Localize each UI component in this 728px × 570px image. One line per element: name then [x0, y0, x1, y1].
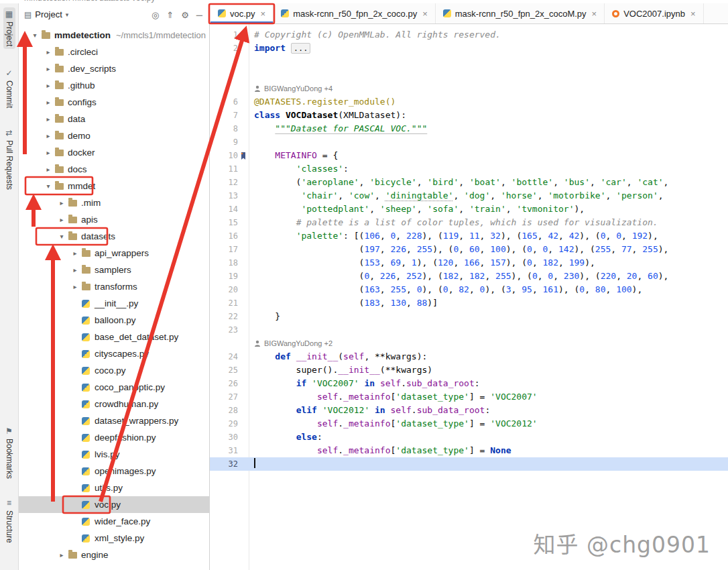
code-text[interactable]: [249, 323, 254, 337]
line-number[interactable]: 28: [210, 404, 238, 417]
line-number[interactable]: 6: [210, 95, 238, 109]
code-line[interactable]: 8 """Dataset for PASCAL VOC.""": [210, 122, 728, 135]
code-text[interactable]: (183, 130, 88)]: [249, 296, 438, 310]
locate-icon[interactable]: ◎: [151, 10, 159, 20]
chevron-right-icon[interactable]: ▸: [43, 115, 54, 123]
tree-item-cityscapes-py[interactable]: cityscapes.py: [19, 345, 209, 362]
code-text[interactable]: 'palette': [(106, 0, 228), (119, 11, 32)…: [249, 229, 658, 243]
code-text[interactable]: """Dataset for PASCAL VOC.""": [249, 122, 427, 135]
tree-item-docker[interactable]: ▸docker: [19, 144, 209, 161]
chevron-down-icon[interactable]: ▾: [29, 32, 40, 39]
code-line[interactable]: 27 self._metainfo['dataset_type'] = 'VOC…: [210, 390, 728, 404]
code-text[interactable]: self._metainfo['dataset_type'] = 'VOC200…: [249, 390, 538, 404]
code-line[interactable]: 17 (197, 226, 255), (0, 60, 100), (0, 0,…: [210, 243, 728, 256]
code-text[interactable]: ('aeroplane', 'bicycle', 'bird', 'boat',…: [249, 176, 668, 189]
code-text[interactable]: self._metainfo['dataset_type'] = 'VOC201…: [249, 417, 538, 431]
code-text[interactable]: 'pottedplant', 'sheep', 'sofa', 'train',…: [249, 203, 585, 216]
line-number[interactable]: 30: [210, 431, 238, 444]
close-tab-icon[interactable]: ×: [690, 9, 696, 19]
line-number[interactable]: 19: [210, 270, 238, 283]
code-editor[interactable]: 1# Copyright (c) OpenMMLab. All rights r…: [210, 24, 728, 570]
code-text[interactable]: (163, 255, 0), (0, 82, 0), (3, 95, 161),…: [249, 283, 642, 296]
tree-item-demo[interactable]: ▸demo: [19, 127, 209, 144]
code-line[interactable]: 1# Copyright (c) OpenMMLab. All rights r…: [210, 28, 728, 42]
tool-button-commit[interactable]: ✓Commit: [3, 69, 15, 108]
code-text[interactable]: def __init__(self, **kwargs):: [249, 350, 427, 363]
code-text[interactable]: # palette is a list of color tuples, whi…: [249, 216, 658, 229]
code-text[interactable]: METAINFO = {: [249, 149, 338, 162]
tree-item-crowdhuman-py[interactable]: crowdhuman.py: [19, 396, 209, 412]
tab-voc-py[interactable]: voc.py×: [210, 3, 274, 23]
line-number[interactable]: 12: [210, 176, 238, 189]
line-number[interactable]: 2: [210, 42, 238, 55]
chevron-right-icon[interactable]: ▸: [70, 283, 80, 290]
code-line[interactable]: 20 (163, 255, 0), (0, 82, 0), (3, 95, 16…: [210, 283, 728, 296]
close-tab-icon[interactable]: ×: [261, 9, 266, 19]
line-number[interactable]: 14: [210, 203, 238, 216]
code-line[interactable]: 18 (153, 69, 1), (120, 166, 157), (0, 18…: [210, 256, 728, 270]
tree-item-coco-py[interactable]: coco.py: [19, 362, 209, 379]
hide-icon[interactable]: ─: [196, 10, 202, 20]
tree-item-apis[interactable]: ▸apis: [19, 211, 209, 228]
code-text[interactable]: [249, 135, 254, 149]
code-line[interactable]: 14 'pottedplant', 'sheep', 'sofa', 'trai…: [210, 203, 728, 216]
chevron-right-icon[interactable]: ▸: [43, 82, 54, 89]
chevron-right-icon[interactable]: ▸: [43, 65, 54, 72]
line-number[interactable]: 9: [210, 135, 238, 149]
code-line[interactable]: 24 def __init__(self, **kwargs):: [210, 350, 728, 363]
chevron-down-icon[interactable]: ▾: [43, 182, 54, 190]
line-number[interactable]: 24: [210, 350, 238, 363]
code-line[interactable]: 28 elif 'VOC2012' in self.sub_data_root:: [210, 404, 728, 417]
tree-item-deepfashion-py[interactable]: deepfashion.py: [19, 429, 209, 446]
tree-item-configs[interactable]: ▸configs: [19, 94, 209, 111]
code-text[interactable]: 'classes':: [249, 162, 349, 176]
code-text[interactable]: # Copyright (c) OpenMMLab. All rights re…: [249, 28, 501, 42]
code-line[interactable]: 2import ...: [210, 42, 728, 55]
tree-item-api-wrappers[interactable]: ▸api_wrappers: [19, 245, 209, 262]
line-number[interactable]: 17: [210, 243, 238, 256]
tool-button-pull-requests[interactable]: ⇄Pull Requests: [3, 129, 15, 190]
code-line[interactable]: 29 self._metainfo['dataset_type'] = 'VOC…: [210, 417, 728, 431]
chevron-right-icon[interactable]: ▸: [70, 249, 80, 257]
code-text[interactable]: (0, 226, 252), (182, 182, 255), (0, 0, 2…: [249, 270, 668, 283]
tree-item-data[interactable]: ▸data: [19, 111, 209, 127]
line-number[interactable]: 29: [210, 417, 238, 431]
tree-item-utils-py[interactable]: utils.py: [19, 479, 209, 496]
code-line[interactable]: 13 'chair', 'cow', 'diningtable', 'dog',…: [210, 189, 728, 203]
tree-item-lvis-py[interactable]: lvis.py: [19, 446, 209, 463]
line-number[interactable]: 22: [210, 310, 238, 323]
tool-button-project[interactable]: ▦Project: [3, 7, 15, 49]
code-text[interactable]: import ...: [249, 42, 310, 55]
author-annotation[interactable]: BIGWangYuDong +4: [249, 82, 332, 95]
code-line[interactable]: 30 else:: [210, 431, 728, 444]
code-line[interactable]: 7class VOCDataset(XMLDataset):: [210, 109, 728, 122]
line-number[interactable]: 27: [210, 390, 238, 404]
chevron-right-icon[interactable]: ▸: [56, 551, 67, 559]
code-line[interactable]: 12 ('aeroplane', 'bicycle', 'bird', 'boa…: [210, 176, 728, 189]
tree-item-engine[interactable]: ▸engine: [19, 547, 209, 563]
code-line[interactable]: 25 super().__init__(**kwargs): [210, 363, 728, 377]
chevron-right-icon[interactable]: ▸: [56, 216, 67, 223]
tree-item-init-py[interactable]: __init__.py: [19, 295, 209, 312]
tool-button-structure[interactable]: ≡Structure: [5, 499, 14, 543]
code-text[interactable]: (197, 226, 255), (0, 60, 100), (0, 0, 14…: [249, 243, 668, 256]
code-line[interactable]: 19 (0, 226, 252), (182, 182, 255), (0, 0…: [210, 270, 728, 283]
tree-item-transforms[interactable]: ▸transforms: [19, 278, 209, 295]
line-number[interactable]: 1: [210, 28, 238, 42]
line-number[interactable]: 21: [210, 296, 238, 310]
line-number[interactable]: 16: [210, 229, 238, 243]
code-line[interactable]: 21 (183, 130, 88)]: [210, 296, 728, 310]
tree-item-dataset-wrappers-py[interactable]: dataset_wrappers.py: [19, 412, 209, 429]
code-line[interactable]: 22 }: [210, 310, 728, 323]
chevron-down-icon[interactable]: ▾: [56, 233, 67, 240]
settings-icon[interactable]: ⚙: [181, 10, 189, 20]
tree-item-mim[interactable]: ▸.mim: [19, 194, 209, 211]
line-number[interactable]: 7: [210, 109, 238, 122]
code-line[interactable]: 16 'palette': [(106, 0, 228), (119, 11, …: [210, 229, 728, 243]
tree-item-github[interactable]: ▸.github: [19, 77, 209, 94]
collapse-all-icon[interactable]: ⇑: [166, 10, 174, 20]
line-number[interactable]: 25: [210, 363, 238, 377]
tree-item-samplers[interactable]: ▸samplers: [19, 262, 209, 278]
tree-item-mmdetection[interactable]: ▾mmdetection~/mmcls1/mmdetection: [19, 27, 209, 44]
code-text[interactable]: super().__init__(**kwargs): [249, 363, 432, 377]
